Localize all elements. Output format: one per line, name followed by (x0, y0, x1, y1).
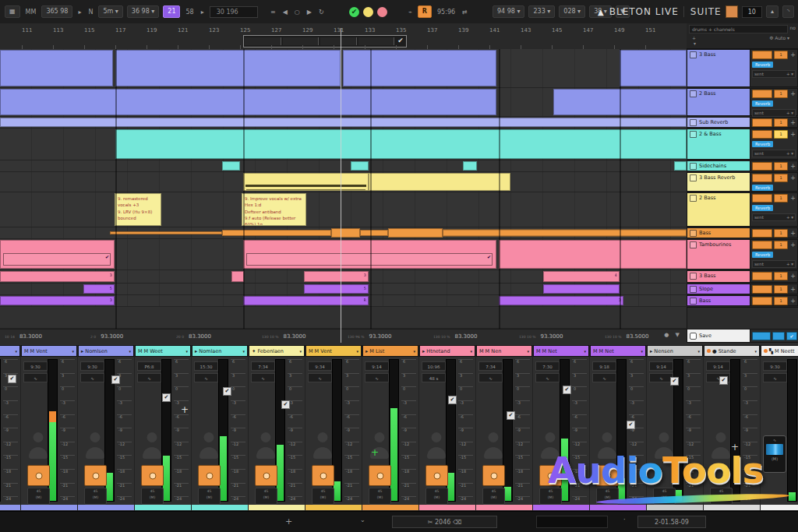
tab-chevron-icon[interactable]: ▾ (356, 349, 358, 354)
tab-chevron-icon[interactable]: ▾ (641, 349, 643, 354)
clip[interactable] (351, 161, 369, 171)
loop-cell[interactable] (245, 37, 281, 45)
strip-name-tab[interactable]: ▸M List▾ (362, 345, 418, 357)
master-track-header[interactable]: Save ✔ (687, 329, 798, 343)
clip[interactable]: 4 (543, 271, 620, 282)
clip[interactable]: 3 (0, 296, 115, 305)
fold-arrow[interactable]: ▾ (689, 41, 796, 46)
cpu-swatch[interactable] (726, 5, 738, 18)
track-activator-button[interactable] (752, 272, 772, 280)
level-meter[interactable] (0, 359, 1, 502)
clip-sublane-box[interactable]: ✔ (3, 253, 111, 266)
solo-mute-button[interactable]: 45(M) (84, 488, 107, 505)
add-device-button[interactable]: + (790, 164, 796, 170)
strip-name-tab[interactable]: ✦Febenlaen▾ (249, 345, 305, 357)
track-header[interactable]: Sidechains1+ (687, 160, 798, 171)
track-name-box[interactable]: 2 & Bass (687, 129, 750, 160)
arm-button[interactable] (141, 465, 164, 486)
clip[interactable] (115, 129, 687, 159)
send-chip[interactable]: Reverb (752, 252, 773, 258)
track-checkbox[interactable] (690, 195, 697, 202)
pan-value-box[interactable]: ∿ (137, 373, 161, 382)
add-device-button[interactable]: + (790, 120, 796, 126)
solo-mute-button[interactable]: 45(M) (255, 488, 277, 505)
send-chip[interactable]: Reverb (752, 185, 773, 191)
clip[interactable]: 3 (499, 296, 623, 305)
track-checkbox[interactable] (690, 273, 697, 280)
scrub-group[interactable]: 130 10 %83.3000 (429, 333, 514, 340)
strip-name-tab[interactable]: ▸M Bass▾ (0, 345, 20, 357)
automation-arm-icon[interactable]: ⌁ (407, 7, 414, 17)
master-check-button[interactable]: ✔ (786, 332, 797, 340)
gain-value-box[interactable]: 9:34 (308, 361, 332, 371)
send-chevrons[interactable]: + ▾ (786, 262, 793, 266)
track-name-box[interactable]: Bass (687, 295, 750, 306)
solo-button[interactable]: 1 (774, 194, 788, 203)
clip[interactable] (499, 240, 687, 269)
loop-check-icon[interactable]: ✔ (395, 36, 406, 47)
pan-value-box[interactable]: ∿ (251, 373, 275, 382)
scrub-group[interactable]: 130 10 %83.3000 (257, 333, 343, 340)
tab-chevron-icon[interactable]: ▾ (413, 349, 415, 354)
clip[interactable] (463, 161, 477, 171)
step-arrow[interactable]: ▸ (200, 7, 206, 17)
quantize-dropdown-1[interactable]: 233 ▾ (528, 5, 555, 18)
send-row[interactable]: sent+ ▾ (752, 150, 796, 157)
prev-button[interactable]: ◀ (281, 7, 289, 17)
clip[interactable] (231, 271, 244, 282)
solo-mute-button[interactable]: 45(M) (27, 488, 50, 505)
add-device-button[interactable]: + (790, 298, 796, 305)
track-name-box[interactable]: 3 Bass (687, 49, 750, 87)
clip[interactable] (0, 89, 496, 115)
set-title-box[interactable]: drums + channels (689, 25, 788, 33)
strip-name-tab[interactable]: MM Net▾ (590, 345, 646, 357)
track-header[interactable]: 3 Bass Reverb1+Reverb (687, 172, 798, 192)
quantize-dropdown-2[interactable]: 028 ▾ (559, 5, 585, 18)
pan-value-box[interactable]: ∿ (535, 373, 560, 382)
solo-button[interactable]: 1 (774, 90, 788, 98)
track-checkbox[interactable] (690, 119, 697, 126)
strip-name-tab[interactable]: MM Nen▾ (476, 345, 532, 357)
track-name-box[interactable]: 2 Bass (687, 88, 750, 116)
track-lane[interactable]: 55 (0, 284, 687, 294)
gain-value-box[interactable]: 7:34 (251, 361, 275, 371)
solo-mute-button[interactable]: 45(M) (710, 488, 733, 505)
track-activator-button[interactable] (752, 118, 772, 127)
solo-mute-button[interactable]: 45(M) (312, 488, 334, 505)
strip-checkbox[interactable]: ✔ (111, 375, 120, 384)
track-name-box[interactable]: 3 Bass Reverb (687, 172, 750, 192)
gain-value-box[interactable]: 9:14 (365, 361, 389, 371)
tab-chevron-icon[interactable]: ▾ (470, 349, 472, 354)
clip[interactable] (331, 228, 360, 238)
track-header[interactable]: Sub Reverb1+ (687, 117, 798, 128)
tab-chevron-icon[interactable]: ▾ (754, 349, 757, 354)
arm-button[interactable] (425, 465, 448, 486)
track-name-box[interactable]: 2 Bass (687, 192, 750, 227)
track-lane[interactable] (0, 307, 687, 328)
scrub-group[interactable]: 20 083.3000 (171, 333, 257, 340)
playhead[interactable] (341, 28, 341, 343)
tab-chevron-icon[interactable]: ▾ (584, 349, 586, 354)
track-header[interactable]: Slope1+ (687, 284, 798, 294)
strip-name-tab[interactable]: MM Net▾ (533, 345, 589, 357)
track-name-box[interactable]: Sidechains (687, 160, 750, 171)
track-checkbox[interactable] (690, 174, 697, 181)
add-device-button[interactable]: + (790, 132, 796, 138)
gain-value-box[interactable]: 9:14 (649, 361, 673, 371)
send-chip[interactable]: Reverb (752, 100, 773, 107)
track-activator-button[interactable] (752, 51, 772, 59)
track-header[interactable]: 2 & Bass1+Reverbsent+ ▾ (687, 129, 798, 160)
tab-chevron-icon[interactable]: ▾ (129, 349, 131, 354)
gain-value-box[interactable]: 15:30 (194, 361, 218, 371)
clip[interactable] (0, 118, 687, 127)
clip[interactable] (674, 161, 687, 171)
solo-mute-button[interactable]: 45(M) (369, 488, 391, 505)
send-chevrons[interactable]: + ▾ (786, 151, 793, 156)
menu-button[interactable]: ≡ (269, 7, 277, 17)
clip[interactable]: R (243, 296, 369, 305)
pan-value-box[interactable]: ∿ (592, 373, 616, 382)
arm-button[interactable] (596, 465, 619, 486)
tab-chevron-icon[interactable]: ▾ (15, 349, 17, 354)
expand-chevron[interactable]: ⌄ (360, 516, 365, 523)
track-lane[interactable] (0, 172, 687, 192)
